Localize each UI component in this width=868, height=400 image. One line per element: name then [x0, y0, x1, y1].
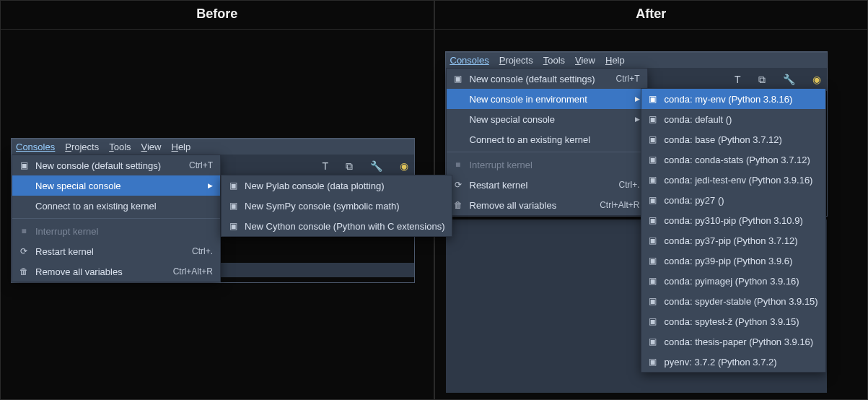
trash-icon: 🗑	[18, 266, 30, 277]
chevron-right-icon: ▶	[635, 95, 640, 103]
new-special-console[interactable]: New special console ▶	[447, 109, 647, 129]
after-header: After	[435, 0, 868, 30]
menu-view[interactable]: View	[575, 55, 595, 66]
menubar: Consoles Projects Tools View Help	[12, 139, 414, 155]
new-pylab-console[interactable]: ▣ New Pylab console (data plotting)	[222, 175, 452, 196]
new-console-default[interactable]: ▣ New console (default settings) Ctrl+T	[12, 155, 220, 175]
menu-help[interactable]: Help	[605, 55, 625, 66]
env-item[interactable]: ▣conda: thesis-paper (Python 3.9.16)	[641, 331, 825, 352]
menu-view[interactable]: View	[141, 142, 162, 152]
python-icon: ◉	[812, 74, 821, 85]
chevron-right-icon: ▶	[208, 182, 213, 189]
connect-kernel[interactable]: Connect to an existing kernel	[12, 196, 220, 216]
terminal-icon: ▣	[647, 155, 659, 165]
terminal-icon: ▣	[647, 94, 659, 104]
refresh-icon: ⟳	[18, 246, 30, 256]
terminal-icon: ▣	[647, 276, 659, 286]
interrupt-kernel: ■ Interrupt kernel	[447, 155, 647, 175]
chevron-right-icon: ▶	[635, 116, 640, 123]
env-item[interactable]: ▣conda: conda-stats (Python 3.7.12)	[641, 149, 825, 170]
terminal-icon: ▣	[227, 181, 239, 191]
remove-all-variables[interactable]: 🗑 Remove all variables Ctrl+Alt+R	[12, 261, 220, 282]
terminal-icon: ▣	[647, 296, 659, 306]
env-item[interactable]: ▣conda: py310-pip (Python 3.10.9)	[641, 210, 825, 230]
connect-kernel[interactable]: Connect to an existing kernel	[447, 129, 647, 149]
env-item-label: conda: py39-pip (Python 3.9.6)	[665, 256, 818, 266]
panels-icon: ⧉	[758, 74, 766, 86]
terminal-icon: ▣	[647, 175, 659, 185]
env-item[interactable]: ▣conda: base (Python 3.7.12)	[641, 129, 825, 149]
restart-kernel[interactable]: ⟳ Restart kernel Ctrl+.	[447, 175, 647, 195]
env-item[interactable]: ▣pyenv: 3.7.2 (Python 3.7.2)	[641, 352, 825, 372]
env-item[interactable]: ▣conda: default ()	[641, 109, 825, 129]
stop-icon: ■	[18, 226, 30, 236]
env-item[interactable]: ▣conda: spyder-stable (Python 3.9.15)	[641, 291, 825, 311]
menu-projects[interactable]: Projects	[499, 55, 533, 66]
env-item-label: conda: pyimagej (Python 3.9.16)	[665, 276, 818, 287]
env-item-label: conda: py27 ()	[665, 195, 818, 206]
env-item[interactable]: ▣conda: pyimagej (Python 3.9.16)	[641, 271, 825, 291]
env-item[interactable]: ▣conda: py27 ()	[641, 190, 825, 210]
panels-icon: ⧉	[346, 160, 353, 173]
menu-tools[interactable]: Tools	[109, 142, 131, 152]
env-item[interactable]: ▣conda: jedi-test-env (Python 3.9.16)	[641, 170, 825, 190]
menu-separator	[447, 152, 647, 152]
text-icon: T	[322, 160, 328, 172]
menu-consoles[interactable]: Consoles	[16, 142, 55, 152]
menubar: Consoles Projects Tools View Help	[446, 52, 827, 68]
menu-help[interactable]: Help	[171, 142, 190, 152]
terminal-icon: ▣	[647, 256, 659, 266]
before-header: Before	[1, 0, 434, 30]
menu-tools[interactable]: Tools	[543, 55, 565, 66]
interrupt-kernel: ■ Interrupt kernel	[12, 221, 220, 241]
env-item-label: conda: py37-pip (Python 3.7.12)	[665, 235, 818, 246]
env-item-label: conda: default ()	[665, 114, 818, 125]
env-item-label: pyenv: 3.7.2 (Python 3.7.2)	[665, 357, 818, 368]
wrench-icon: 🔧	[370, 160, 382, 172]
new-console-in-env[interactable]: New console in environment ▶	[447, 89, 647, 109]
new-sympy-console[interactable]: ▣ New SymPy console (symbolic math)	[222, 196, 452, 216]
text-icon: T	[735, 74, 741, 85]
terminal-icon: ▣	[647, 235, 659, 245]
remove-all-variables[interactable]: 🗑 Remove all variables Ctrl+Alt+R	[447, 195, 647, 215]
terminal-icon: ▣	[647, 336, 659, 347]
terminal-icon: ▣	[647, 215, 659, 225]
new-console-default[interactable]: ▣ New console (default settings) Ctrl+T	[447, 69, 647, 89]
env-item[interactable]: ▣conda: my-env (Python 3.8.16)	[641, 89, 825, 109]
env-item-label: conda: conda-stats (Python 3.7.12)	[665, 155, 818, 165]
env-item-label: conda: spyder-stable (Python 3.9.15)	[665, 296, 818, 307]
env-item-label: conda: base (Python 3.7.12)	[665, 134, 818, 145]
env-item-label: conda: py310-pip (Python 3.10.9)	[665, 215, 818, 226]
terminal-icon: ▣	[647, 114, 659, 124]
trash-icon: 🗑	[452, 200, 464, 210]
env-item-label: conda: thesis-paper (Python 3.9.16)	[665, 336, 818, 347]
terminal-icon: ▣	[647, 316, 659, 326]
menu-consoles[interactable]: Consoles	[450, 55, 489, 66]
new-cython-console[interactable]: ▣ New Cython console (Python with C exte…	[222, 216, 452, 236]
new-special-console[interactable]: New special console ▶	[12, 175, 220, 196]
terminal-icon: ▣	[647, 195, 659, 205]
menu-separator	[12, 218, 220, 219]
wrench-icon: 🔧	[783, 74, 795, 85]
restart-kernel[interactable]: ⟳ Restart kernel Ctrl+.	[12, 241, 220, 261]
terminal-icon: ▣	[227, 221, 239, 231]
terminal-icon: ▣	[227, 201, 239, 211]
terminal-icon: ▣	[18, 160, 30, 170]
env-item[interactable]: ▣conda: spytest-ž (Python 3.9.15)	[641, 311, 825, 331]
stop-icon: ■	[452, 160, 464, 170]
env-item[interactable]: ▣conda: py39-pip (Python 3.9.6)	[641, 251, 825, 271]
env-item-label: conda: jedi-test-env (Python 3.9.16)	[665, 175, 818, 186]
terminal-icon: ▣	[647, 357, 659, 367]
terminal-icon: ▣	[452, 74, 464, 84]
refresh-icon: ⟳	[452, 180, 464, 190]
terminal-icon: ▣	[647, 134, 659, 144]
python-icon: ◉	[400, 160, 408, 172]
menu-projects[interactable]: Projects	[65, 142, 99, 152]
env-item-label: conda: spytest-ž (Python 3.9.15)	[665, 316, 818, 327]
env-item-label: conda: my-env (Python 3.8.16)	[665, 94, 818, 105]
env-item[interactable]: ▣conda: py37-pip (Python 3.7.12)	[641, 230, 825, 251]
